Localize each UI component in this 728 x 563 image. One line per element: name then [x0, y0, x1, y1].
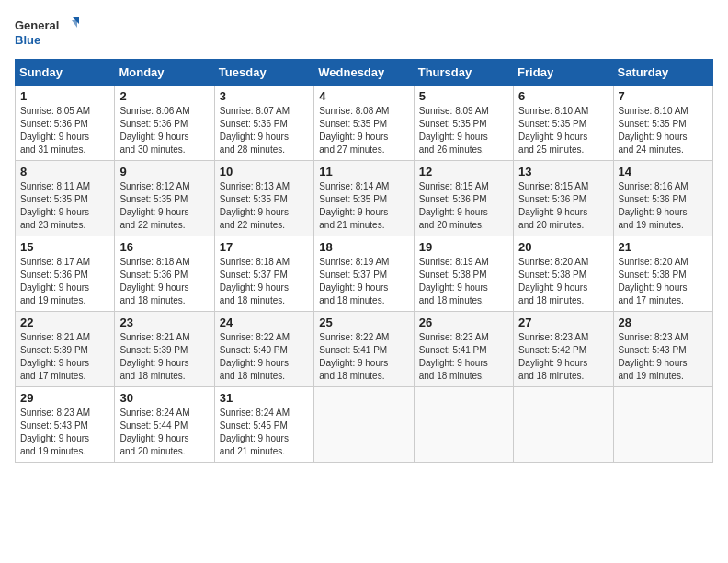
calendar-day-cell: 23 Sunrise: 8:21 AMSunset: 5:39 PMDaylig…	[115, 312, 214, 387]
calendar-week-row: 29 Sunrise: 8:23 AMSunset: 5:43 PMDaylig…	[16, 387, 713, 463]
svg-text:Blue: Blue	[15, 33, 40, 47]
calendar-day-cell: 28 Sunrise: 8:23 AMSunset: 5:43 PMDaylig…	[613, 312, 712, 387]
day-number: 29	[20, 391, 109, 405]
day-info: Sunrise: 8:19 AMSunset: 5:37 PMDaylight:…	[319, 257, 389, 305]
day-info: Sunrise: 8:15 AMSunset: 5:36 PMDaylight:…	[419, 181, 489, 230]
day-info: Sunrise: 8:22 AMSunset: 5:41 PMDaylight:…	[319, 332, 389, 381]
calendar-day-cell: 16 Sunrise: 8:18 AMSunset: 5:36 PMDaylig…	[115, 236, 214, 312]
calendar-day-cell: 7 Sunrise: 8:10 AMSunset: 5:35 PMDayligh…	[613, 86, 712, 161]
day-info: Sunrise: 8:09 AMSunset: 5:35 PMDaylight:…	[419, 106, 489, 155]
day-number: 21	[619, 240, 708, 254]
day-number: 22	[20, 316, 109, 329]
calendar-day-cell: 14 Sunrise: 8:16 AMSunset: 5:36 PMDaylig…	[613, 161, 712, 236]
day-info: Sunrise: 8:16 AMSunset: 5:36 PMDaylight:…	[619, 181, 688, 230]
day-number: 6	[518, 89, 608, 103]
day-number: 2	[119, 89, 209, 103]
day-number: 26	[419, 316, 508, 329]
calendar-day-cell: 19 Sunrise: 8:19 AMSunset: 5:38 PMDaylig…	[414, 236, 513, 312]
logo: General Blue	[15, 15, 79, 52]
day-number: 12	[419, 165, 508, 178]
day-number: 8	[20, 165, 109, 178]
weekday-header: Sunday	[16, 60, 115, 86]
calendar-week-row: 1 Sunrise: 8:05 AMSunset: 5:36 PMDayligh…	[16, 86, 713, 161]
calendar-day-cell: 11 Sunrise: 8:14 AMSunset: 5:35 PMDaylig…	[314, 161, 414, 236]
day-number: 9	[119, 165, 209, 178]
day-number: 31	[220, 391, 309, 405]
day-info: Sunrise: 8:17 AMSunset: 5:36 PMDaylight:…	[20, 257, 90, 305]
calendar-day-cell: 29 Sunrise: 8:23 AMSunset: 5:43 PMDaylig…	[16, 387, 115, 463]
day-info: Sunrise: 8:14 AMSunset: 5:35 PMDaylight:…	[319, 181, 389, 230]
page-header: General Blue	[15, 15, 713, 52]
calendar-day-cell	[414, 387, 513, 463]
day-number: 11	[319, 165, 408, 178]
day-number: 20	[518, 240, 608, 254]
day-number: 30	[119, 391, 209, 405]
svg-marker-3	[72, 20, 77, 28]
weekday-header: Tuesday	[214, 60, 313, 86]
day-info: Sunrise: 8:21 AMSunset: 5:39 PMDaylight:…	[119, 332, 189, 381]
day-number: 25	[319, 316, 408, 329]
calendar-day-cell: 13 Sunrise: 8:15 AMSunset: 5:36 PMDaylig…	[514, 161, 613, 236]
day-info: Sunrise: 8:24 AMSunset: 5:45 PMDaylight:…	[220, 408, 290, 456]
calendar-day-cell: 20 Sunrise: 8:20 AMSunset: 5:38 PMDaylig…	[514, 236, 613, 312]
day-number: 3	[220, 89, 309, 103]
calendar-day-cell	[613, 387, 712, 463]
calendar-header: SundayMondayTuesdayWednesdayThursdayFrid…	[16, 60, 713, 86]
calendar-week-row: 15 Sunrise: 8:17 AMSunset: 5:36 PMDaylig…	[16, 236, 713, 312]
day-info: Sunrise: 8:11 AMSunset: 5:35 PMDaylight:…	[20, 181, 90, 230]
day-info: Sunrise: 8:22 AMSunset: 5:40 PMDaylight:…	[220, 332, 290, 381]
day-info: Sunrise: 8:15 AMSunset: 5:36 PMDaylight:…	[518, 181, 588, 230]
svg-text:General: General	[15, 18, 59, 32]
calendar-day-cell: 18 Sunrise: 8:19 AMSunset: 5:37 PMDaylig…	[314, 236, 414, 312]
calendar-day-cell: 8 Sunrise: 8:11 AMSunset: 5:35 PMDayligh…	[16, 161, 115, 236]
calendar-day-cell: 2 Sunrise: 8:06 AMSunset: 5:36 PMDayligh…	[115, 86, 214, 161]
day-number: 19	[419, 240, 508, 254]
calendar-day-cell: 9 Sunrise: 8:12 AMSunset: 5:35 PMDayligh…	[115, 161, 214, 236]
calendar-week-row: 8 Sunrise: 8:11 AMSunset: 5:35 PMDayligh…	[16, 161, 713, 236]
day-number: 5	[419, 89, 508, 103]
day-number: 17	[220, 240, 309, 254]
day-info: Sunrise: 8:18 AMSunset: 5:36 PMDaylight:…	[119, 257, 189, 305]
day-info: Sunrise: 8:08 AMSunset: 5:35 PMDaylight:…	[319, 106, 389, 155]
day-number: 23	[119, 316, 209, 329]
day-number: 7	[619, 89, 708, 103]
calendar-week-row: 22 Sunrise: 8:21 AMSunset: 5:39 PMDaylig…	[16, 312, 713, 387]
day-info: Sunrise: 8:10 AMSunset: 5:35 PMDaylight:…	[518, 106, 588, 155]
calendar-day-cell: 30 Sunrise: 8:24 AMSunset: 5:44 PMDaylig…	[115, 387, 214, 463]
day-info: Sunrise: 8:24 AMSunset: 5:44 PMDaylight:…	[119, 408, 189, 456]
day-info: Sunrise: 8:19 AMSunset: 5:38 PMDaylight:…	[419, 257, 489, 305]
day-info: Sunrise: 8:20 AMSunset: 5:38 PMDaylight:…	[518, 257, 588, 305]
day-info: Sunrise: 8:13 AMSunset: 5:35 PMDaylight:…	[220, 181, 290, 230]
day-info: Sunrise: 8:10 AMSunset: 5:35 PMDaylight:…	[619, 106, 688, 155]
day-info: Sunrise: 8:07 AMSunset: 5:36 PMDaylight:…	[220, 106, 290, 155]
calendar-day-cell: 25 Sunrise: 8:22 AMSunset: 5:41 PMDaylig…	[314, 312, 414, 387]
day-number: 10	[220, 165, 309, 178]
calendar-day-cell: 26 Sunrise: 8:23 AMSunset: 5:41 PMDaylig…	[414, 312, 513, 387]
day-number: 18	[319, 240, 408, 254]
day-number: 16	[119, 240, 209, 254]
calendar-day-cell: 12 Sunrise: 8:15 AMSunset: 5:36 PMDaylig…	[414, 161, 513, 236]
calendar-day-cell: 6 Sunrise: 8:10 AMSunset: 5:35 PMDayligh…	[514, 86, 613, 161]
day-info: Sunrise: 8:05 AMSunset: 5:36 PMDaylight:…	[20, 106, 90, 155]
calendar-day-cell: 22 Sunrise: 8:21 AMSunset: 5:39 PMDaylig…	[16, 312, 115, 387]
weekday-header: Wednesday	[314, 60, 414, 86]
calendar-day-cell: 15 Sunrise: 8:17 AMSunset: 5:36 PMDaylig…	[16, 236, 115, 312]
calendar-day-cell: 1 Sunrise: 8:05 AMSunset: 5:36 PMDayligh…	[16, 86, 115, 161]
weekday-header: Thursday	[414, 60, 513, 86]
weekday-header: Friday	[514, 60, 613, 86]
day-info: Sunrise: 8:23 AMSunset: 5:42 PMDaylight:…	[518, 332, 588, 381]
day-info: Sunrise: 8:23 AMSunset: 5:43 PMDaylight:…	[20, 408, 90, 456]
calendar-day-cell: 31 Sunrise: 8:24 AMSunset: 5:45 PMDaylig…	[214, 387, 313, 463]
day-info: Sunrise: 8:12 AMSunset: 5:35 PMDaylight:…	[119, 181, 189, 230]
calendar-day-cell: 5 Sunrise: 8:09 AMSunset: 5:35 PMDayligh…	[414, 86, 513, 161]
day-number: 15	[20, 240, 109, 254]
calendar-day-cell: 17 Sunrise: 8:18 AMSunset: 5:37 PMDaylig…	[214, 236, 313, 312]
calendar-day-cell: 27 Sunrise: 8:23 AMSunset: 5:42 PMDaylig…	[514, 312, 613, 387]
day-number: 14	[619, 165, 708, 178]
day-info: Sunrise: 8:23 AMSunset: 5:43 PMDaylight:…	[619, 332, 688, 381]
day-number: 1	[20, 89, 109, 103]
day-info: Sunrise: 8:23 AMSunset: 5:41 PMDaylight:…	[419, 332, 489, 381]
day-info: Sunrise: 8:18 AMSunset: 5:37 PMDaylight:…	[220, 257, 290, 305]
day-info: Sunrise: 8:20 AMSunset: 5:38 PMDaylight:…	[619, 257, 688, 305]
weekday-header: Monday	[115, 60, 214, 86]
